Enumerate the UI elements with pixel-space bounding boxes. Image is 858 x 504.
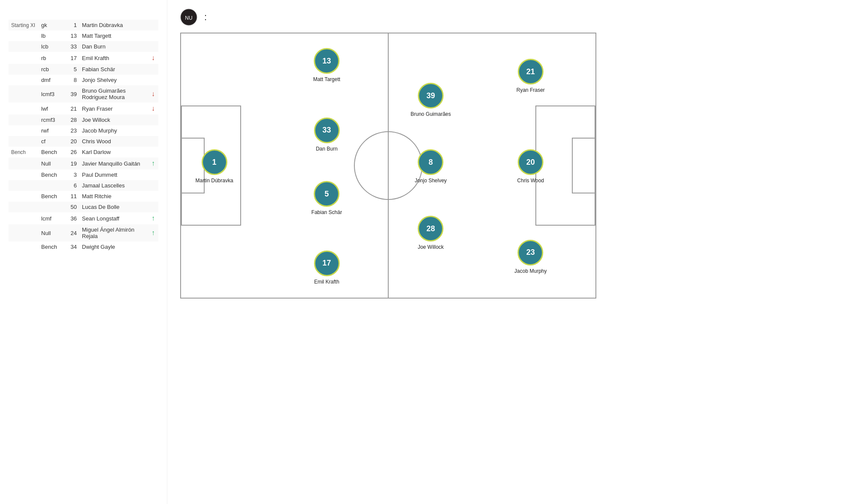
player-circle: 17 — [314, 250, 340, 276]
player-name: Matt Targett — [79, 30, 148, 41]
player-name: Martin Dúbravka — [79, 20, 148, 30]
player-number: 3 — [66, 169, 79, 180]
player-token-rwf: 23Jacob Murphy — [514, 240, 547, 274]
player-role — [39, 180, 66, 191]
player-number: 36 — [66, 212, 79, 224]
player-name: Jonjo Shelvey — [79, 75, 148, 85]
center-circle — [354, 131, 423, 200]
player-role: lwf — [39, 103, 66, 115]
player-circle: 21 — [518, 59, 544, 85]
player-label: Chris Wood — [517, 178, 544, 184]
player-role: lcb — [39, 41, 66, 52]
player-role: dmf — [39, 75, 66, 85]
player-circle: 33 — [314, 118, 340, 143]
player-token-rb: 17Emil Krafth — [314, 250, 340, 285]
section-label: Bench — [9, 147, 39, 157]
player-number: 39 — [66, 85, 79, 103]
player-label: Bruno Guimarães — [411, 111, 451, 117]
player-name: Jacob Murphy — [79, 125, 148, 136]
left-panel: Starting XIgk1Martin Dúbravkalb13Matt Ta… — [0, 0, 167, 504]
player-number: 17 — [66, 52, 79, 64]
player-name: Ryan Fraser — [79, 103, 148, 115]
player-name: Karl Darlow — [79, 147, 148, 157]
arrow-up-icon: ↑ — [151, 214, 155, 222]
player-number: 24 — [66, 224, 79, 241]
player-name: Emil Krafth — [79, 52, 148, 64]
player-number: 20 — [66, 136, 79, 147]
player-name: Javier Manquillo Gaitán — [79, 157, 148, 169]
player-token-rcb: 5Fabian Schär — [311, 181, 342, 215]
player-name: Dwight Gayle — [79, 241, 148, 252]
player-name: Miguel Ángel Almirón Rejala — [79, 224, 148, 241]
player-token-cf: 20Chris Wood — [517, 149, 544, 184]
lineup-table: Starting XIgk1Martin Dúbravkalb13Matt Ta… — [9, 20, 158, 252]
player-token-lcmf3: 39Bruno Guimarães — [411, 83, 451, 117]
player-number: 34 — [66, 241, 79, 252]
player-role: rwf — [39, 125, 66, 136]
player-number: 23 — [66, 125, 79, 136]
player-number: 6 — [66, 180, 79, 191]
player-number: 8 — [66, 75, 79, 85]
player-role: lcmf — [39, 212, 66, 224]
player-role: lb — [39, 30, 66, 41]
player-token-lwf: 21Ryan Fraser — [517, 59, 545, 93]
player-name: Dan Burn — [79, 41, 148, 52]
player-circle: 20 — [518, 149, 544, 175]
svg-text:NU: NU — [185, 15, 192, 21]
player-circle: 13 — [314, 48, 339, 74]
player-circle: 23 — [518, 240, 544, 266]
arrow-up-icon: ↑ — [151, 229, 155, 236]
arrow-down-icon: ↓ — [151, 54, 155, 61]
player-label: Martin Dúbravka — [196, 178, 233, 184]
player-name: Paul Dummett — [79, 169, 148, 180]
player-role: Null — [39, 224, 66, 241]
player-name: Jamaal Lascelles — [79, 180, 148, 191]
pitch: 1Martin Dúbravka13Matt Targett33Dan Burn… — [180, 33, 596, 299]
player-token-lb: 13Matt Targett — [313, 48, 340, 82]
player-name: Lucas De Bolle — [79, 202, 148, 212]
right-panel: NU : 1Martin Dúbravka13Matt Targett33Dan… — [167, 0, 858, 504]
player-role: rb — [39, 52, 66, 64]
player-role: gk — [39, 20, 66, 30]
player-label: Emil Krafth — [314, 279, 339, 285]
player-name: Bruno Guimarães Rodriguez Moura — [79, 85, 148, 103]
player-number: 50 — [66, 202, 79, 212]
player-label: Ryan Fraser — [517, 87, 545, 93]
player-token-rcmf3: 28Joe Willock — [418, 216, 444, 250]
arrow-down-icon: ↓ — [151, 105, 155, 112]
section-label: Starting XI — [9, 20, 39, 30]
player-role: Bench — [39, 191, 66, 202]
player-role: Null — [39, 157, 66, 169]
player-number: 26 — [66, 147, 79, 157]
player-role — [39, 202, 66, 212]
arrow-up-icon: ↑ — [151, 160, 155, 167]
player-label: Joe Willock — [418, 244, 444, 250]
player-name: Chris Wood — [79, 136, 148, 147]
player-circle: 1 — [202, 149, 227, 175]
player-token-gk: 1Martin Dúbravka — [196, 149, 233, 184]
player-role: rcb — [39, 64, 66, 75]
player-name: Sean Longstaff — [79, 212, 148, 224]
player-circle: 5 — [314, 181, 340, 207]
player-circle: 8 — [418, 149, 444, 175]
player-label: Dan Burn — [316, 146, 338, 152]
player-label: Matt Targett — [313, 76, 340, 82]
player-token-lcb: 33Dan Burn — [314, 118, 340, 152]
player-number: 21 — [66, 103, 79, 115]
player-role: Bench — [39, 241, 66, 252]
player-label: Jonjo Shelvey — [415, 178, 447, 184]
player-circle: 28 — [418, 216, 444, 241]
player-label: Fabian Schär — [311, 209, 342, 215]
player-circle: 39 — [418, 83, 444, 109]
player-name: Matt Ritchie — [79, 191, 148, 202]
player-role: rcmf3 — [39, 115, 66, 125]
goal-box-right — [572, 138, 595, 193]
player-number: 1 — [66, 20, 79, 30]
player-label: Jacob Murphy — [514, 268, 547, 274]
player-role: cf — [39, 136, 66, 147]
player-number: 28 — [66, 115, 79, 125]
player-role: Bench — [39, 169, 66, 180]
player-role: Bench — [39, 147, 66, 157]
player-number: 19 — [66, 157, 79, 169]
player-role: lcmf3 — [39, 85, 66, 103]
